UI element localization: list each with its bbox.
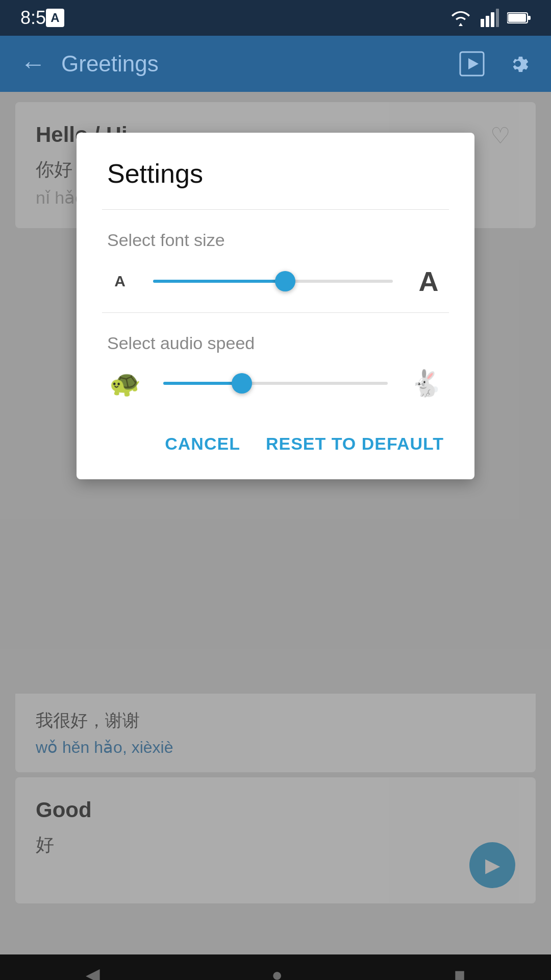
svg-rect-5 [528,16,531,20]
signal-icon [481,9,499,27]
section-divider [102,312,449,313]
cancel-button[interactable]: CANCEL [165,429,240,459]
slow-speed-icon: 🐢 [107,369,143,398]
font-size-slider-track [153,271,393,291]
status-icons: A [449,9,531,27]
audio-slider-thumb[interactable] [232,373,252,394]
audio-slider-fill [163,382,242,385]
audio-speed-label: Select audio speed [107,333,444,353]
font-size-large-icon: A [413,265,444,297]
font-size-row: A A [107,265,444,297]
font-size-label: Select font size [107,230,444,250]
settings-icon[interactable] [505,51,531,77]
svg-marker-8 [468,58,479,69]
fast-speed-icon: 🐇 [408,369,444,398]
dialog-overlay: Settings Select font size A A Select aud… [0,92,551,980]
font-slider-fill [153,280,285,283]
font-slider-thumb[interactable] [275,271,295,291]
battery-icon [507,11,531,24]
font-size-small-icon: A [107,273,133,290]
svg-rect-2 [491,12,494,27]
reset-button[interactable]: RESET TO DEFAULT [266,429,444,459]
svg-rect-1 [486,16,489,27]
dialog-title: Settings [107,158,444,189]
svg-rect-6 [508,14,526,22]
audio-speed-slider-track [163,373,388,394]
svg-rect-0 [481,19,484,27]
wifi-icon [449,9,472,27]
app-bar-actions [459,51,531,77]
audio-speed-row: 🐢 🐇 [107,369,444,398]
notification-icon: A [46,9,64,27]
play-icon[interactable] [459,51,485,77]
dialog-top-divider [102,209,449,210]
app-bar: ← Greetings [0,36,551,92]
settings-dialog: Settings Select font size A A Select aud… [77,133,474,479]
status-bar: 8:58 A [0,0,551,36]
svg-rect-3 [496,9,499,27]
app-bar-title: Greetings [61,51,459,77]
back-button[interactable]: ← [20,49,46,79]
dialog-buttons: CANCEL RESET TO DEFAULT [107,424,444,459]
